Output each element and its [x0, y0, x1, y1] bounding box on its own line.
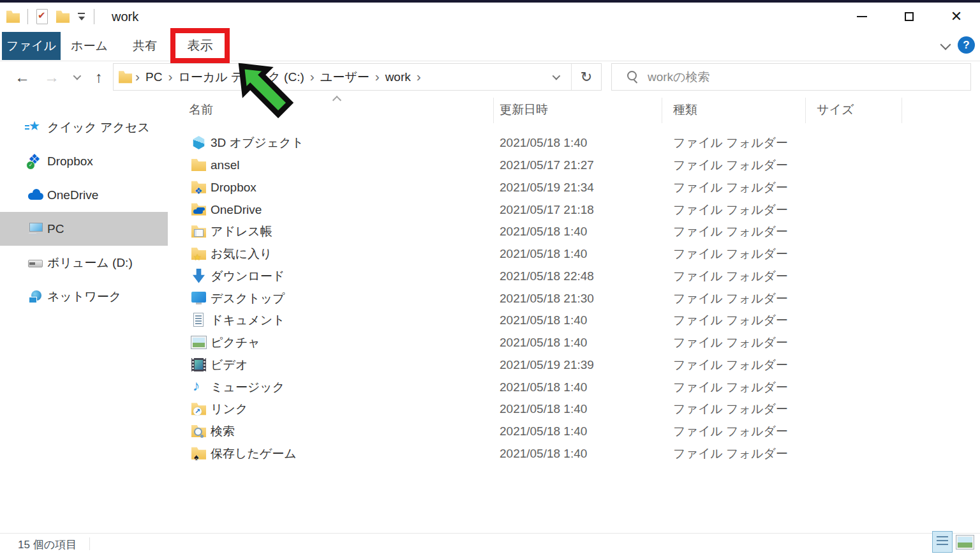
close-button[interactable]: ✕ [933, 3, 980, 31]
file-date-modified: 2021/05/18 1:40 [500, 380, 587, 394]
folder-icon [191, 158, 206, 172]
sidebar-item[interactable]: ボリューム (D:) [0, 246, 168, 280]
file-pane: 名前 更新日時 種類 サイズ 3D オブジェクト 2021/05/18 1:40… [168, 93, 980, 533]
back-button[interactable]: ← [11, 61, 33, 93]
ribbon-tab-bar: ファイル ホーム 共有 ? [0, 31, 980, 61]
file-row[interactable]: ansel 2021/05/17 21:27 ファイル フォルダー [168, 154, 980, 177]
minimize-button[interactable] [838, 3, 886, 31]
file-name: お気に入り [211, 246, 272, 262]
sidebar-item[interactable]: OneDrive [0, 178, 168, 212]
file-date-modified: 2021/05/18 1:40 [500, 336, 587, 350]
breadcrumb-item[interactable]: PC [143, 70, 165, 84]
sidebar-item[interactable]: ネットワーク [0, 280, 168, 313]
documents-icon [191, 313, 206, 327]
annotation-arrow [235, 60, 297, 121]
up-button[interactable]: ↑ [89, 61, 108, 93]
desktop-icon [191, 290, 206, 305]
address-bar[interactable]: › PC › ローカル ディスク (C:) › ユーザー › work › ↻ [113, 63, 602, 91]
file-type: ファイル フォルダー [673, 202, 788, 218]
links-folder-icon [191, 401, 206, 416]
file-name: 3D オブジェクト [211, 135, 304, 151]
new-folder-icon[interactable] [56, 10, 70, 24]
search-icon [626, 70, 640, 84]
tab-share[interactable]: 共有 [122, 32, 167, 60]
file-date-modified: 2021/05/18 21:30 [500, 292, 594, 306]
tab-view[interactable]: 表示 [188, 37, 213, 54]
file-row[interactable]: アドレス帳 2021/05/18 1:40 ファイル フォルダー [168, 221, 980, 243]
search-folder-icon [191, 424, 206, 438]
file-row[interactable]: ミュージック 2021/05/18 1:40 ファイル フォルダー [168, 376, 980, 398]
file-row[interactable]: ドキュメント 2021/05/18 1:40 ファイル フォルダー [168, 310, 980, 332]
file-type: ファイル フォルダー [673, 223, 788, 240]
music-icon [191, 379, 206, 394]
file-date-modified: 2021/05/19 21:34 [500, 181, 594, 195]
network-icon [28, 289, 43, 304]
file-row[interactable]: 保存したゲーム 2021/05/18 1:40 ファイル フォルダー [168, 443, 980, 465]
file-row[interactable]: OneDrive 2021/05/17 21:18 ファイル フォルダー [168, 198, 980, 221]
dropbox-folder-icon [191, 180, 206, 195]
column-header-type[interactable]: 種類 [673, 101, 697, 118]
file-row[interactable]: リンク 2021/05/18 1:40 ファイル フォルダー [168, 398, 980, 421]
column-header-date[interactable]: 更新日時 [500, 101, 548, 118]
file-name: デスクトップ [211, 290, 285, 307]
file-date-modified: 2021/05/19 21:39 [500, 358, 594, 372]
explorer-folder-icon [6, 10, 20, 24]
sidebar-item[interactable]: Dropbox [0, 144, 168, 178]
file-type: ファイル フォルダー [673, 401, 788, 417]
sidebar-item-label: ボリューム (D:) [47, 255, 133, 271]
file-row[interactable]: ダウンロード 2021/05/18 22:48 ファイル フォルダー [168, 266, 980, 288]
file-row[interactable]: お気に入り 2021/05/18 1:40 ファイル フォルダー [168, 243, 980, 266]
sidebar-item[interactable]: PC [0, 212, 168, 246]
tab-home[interactable]: ホーム [67, 32, 112, 60]
saved-games-folder-icon [191, 446, 206, 461]
column-header-name[interactable]: 名前 [189, 101, 213, 118]
file-row[interactable]: ピクチャ 2021/05/18 1:40 ファイル フォルダー [168, 332, 980, 354]
minimize-icon [857, 16, 867, 17]
dropbox-icon [28, 154, 43, 168]
file-date-modified: 2021/05/17 21:18 [500, 203, 594, 217]
column-divider[interactable] [493, 98, 494, 123]
search-box[interactable] [611, 63, 971, 91]
column-divider[interactable] [662, 98, 662, 123]
forward-button[interactable]: → [41, 61, 63, 93]
search-input[interactable] [648, 70, 970, 84]
file-row[interactable]: Dropbox 2021/05/19 21:34 ファイル フォルダー [168, 177, 980, 199]
sidebar-item[interactable]: クイック アクセス [0, 110, 168, 144]
tab-file[interactable]: ファイル [2, 32, 61, 60]
file-date-modified: 2021/05/18 22:48 [500, 269, 594, 283]
file-name: ドキュメント [211, 312, 285, 329]
help-button[interactable]: ? [958, 36, 975, 54]
drive-icon [28, 255, 43, 270]
maximize-button[interactable] [886, 3, 933, 31]
address-dropdown-chevron-icon[interactable] [539, 64, 571, 90]
breadcrumb-chevron-icon: › [372, 69, 383, 84]
refresh-icon[interactable]: ↻ [572, 64, 601, 90]
file-row[interactable]: 3D オブジェクト 2021/05/18 1:40 ファイル フォルダー [168, 132, 980, 154]
file-type: ファイル フォルダー [673, 357, 788, 373]
onedrive-folder-icon [191, 202, 206, 216]
file-row[interactable]: ビデオ 2021/05/19 21:39 ファイル フォルダー [168, 354, 980, 377]
recent-locations-chevron-icon[interactable] [68, 61, 84, 93]
collapse-ribbon-chevron-icon[interactable] [940, 40, 951, 50]
qat-dropdown-icon[interactable] [77, 11, 86, 22]
breadcrumb-chevron-icon: › [132, 69, 143, 84]
file-date-modified: 2021/05/18 1:40 [500, 447, 587, 461]
file-date-modified: 2021/05/18 1:40 [500, 402, 587, 416]
file-name: ビデオ [211, 357, 248, 373]
column-divider[interactable] [805, 98, 806, 123]
file-name: Dropbox [211, 181, 256, 195]
file-row[interactable]: 検索 2021/05/18 1:40 ファイル フォルダー [168, 421, 980, 443]
properties-icon[interactable] [36, 9, 48, 24]
column-divider[interactable] [902, 98, 902, 123]
item-count: 15 個の項目 [18, 537, 77, 552]
file-name: ダウンロード [211, 268, 285, 285]
breadcrumb-item[interactable]: ユーザー [318, 69, 372, 86]
large-icons-view-button[interactable] [956, 535, 974, 549]
onedrive-icon [28, 188, 43, 202]
breadcrumb-item[interactable]: work [383, 70, 413, 84]
address-folder-icon [119, 70, 132, 84]
file-name: 保存したゲーム [211, 445, 297, 462]
column-header-size[interactable]: サイズ [817, 101, 854, 118]
file-row[interactable]: デスクトップ 2021/05/18 21:30 ファイル フォルダー [168, 287, 980, 310]
details-view-button[interactable] [932, 531, 953, 553]
